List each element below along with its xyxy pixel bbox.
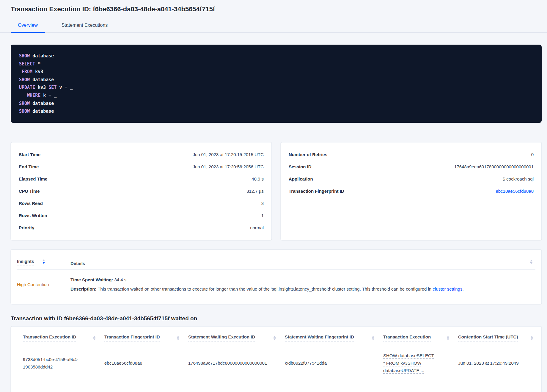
insight-row: High Contention Time Spent Waiting: 34.4… <box>17 270 535 301</box>
cluster-settings-link[interactable]: cluster settings <box>433 286 462 291</box>
detail-row-priority: Priority normal <box>19 222 264 234</box>
sort-icon[interactable] <box>372 336 374 340</box>
sort-icon[interactable] <box>531 336 533 340</box>
detail-row-application: Application $ cockroach sql <box>289 173 534 185</box>
sql-line: SHOW database <box>19 52 533 60</box>
column-header-contention-start-time[interactable]: Contention Start Time (UTC) <box>458 334 518 341</box>
detail-row-session-id: Session ID 17648a9eea6017800000000000000… <box>289 161 534 173</box>
time-spent-waiting: Time Spent Waiting: 34.4 s <box>70 275 535 284</box>
sql-line: SHOW database <box>19 76 533 84</box>
insight-description: Description: This transaction waited on … <box>70 284 535 294</box>
insight-details: Time Spent Waiting: 34.4 s Description: … <box>70 275 535 294</box>
tab-bar: Overview Statement Executions <box>0 18 547 33</box>
sort-icon[interactable] <box>93 336 95 340</box>
column-header-transaction-execution[interactable]: Transaction Execution <box>383 334 431 341</box>
sort-icon[interactable] <box>530 260 532 264</box>
waited-on-table-card: Transaction Execution ID Transaction Fin… <box>11 326 542 392</box>
cell-transaction-execution: SHOW databaseSELECT * FROM kv3SHOW datab… <box>377 352 452 374</box>
sort-icon[interactable] <box>447 336 449 340</box>
tab-overview[interactable]: Overview <box>11 18 45 32</box>
transaction-execution-link[interactable]: SHOW databaseSELECT * FROM kv3SHOW datab… <box>383 352 436 374</box>
sql-line: SELECT * <box>19 60 533 68</box>
tab-statement-executions[interactable]: Statement Executions <box>54 18 115 32</box>
cell-transaction-fingerprint-id: ebc10ae56cfd88a8 <box>98 352 182 374</box>
detail-row-start-time: Start Time Jun 01, 2023 at 17:20:15:2015… <box>19 148 264 161</box>
insights-table-header: Insights Details <box>17 250 535 270</box>
table-row: 9738d051-bc0e-4158-a9b4-1903586ddd42 ebc… <box>17 345 535 381</box>
sort-icon[interactable] <box>177 336 179 340</box>
sql-line: WHERE k = _ <box>19 92 533 100</box>
sql-statements-box: SHOW databaseSELECT * FROM kv3SHOW datab… <box>11 45 542 123</box>
column-header-transaction-execution-id[interactable]: Transaction Execution ID <box>23 334 76 341</box>
cell-statement-waiting-fingerprint-id: \xdb8922f077541dda <box>279 352 377 374</box>
column-header-statement-waiting-execution-id[interactable]: Statement Waiting Execution ID <box>188 334 255 341</box>
cell-contention-start-time: Jun 01, 2023 at 17:20:49:2049 <box>452 352 536 374</box>
insight-type-badge: High Contention <box>17 275 70 294</box>
waited-on-table-header: Transaction Execution ID Transaction Fin… <box>17 327 535 345</box>
column-header-details[interactable]: Details <box>70 261 85 268</box>
column-header-transaction-fingerprint-id[interactable]: Transaction Fingerprint ID <box>104 334 160 341</box>
sql-line: SHOW database <box>19 107 533 115</box>
session-details-card: Number of Retries 0 Session ID 17648a9ee… <box>281 142 542 240</box>
detail-row-txn-fingerprint-id: Transaction Fingerprint ID ebc10ae56cfd8… <box>289 185 534 197</box>
detail-row-end-time: End Time Jun 01, 2023 at 17:20:56:2056 U… <box>19 161 264 173</box>
detail-row-elapsed-time: Elapsed Time 40.9 s <box>19 173 264 185</box>
sort-icon[interactable] <box>274 336 276 340</box>
sql-line: SHOW database <box>19 100 533 108</box>
transaction-details-card: Start Time Jun 01, 2023 at 17:20:15:2015… <box>11 142 272 240</box>
detail-row-rows-read: Rows Read 3 <box>19 197 264 209</box>
cell-statement-waiting-execution-id: 176498a9c717bdc80000000000000001 <box>182 352 279 374</box>
insights-table-card: Insights Details High Contention Time Sp… <box>11 250 542 304</box>
column-header-insights[interactable]: Insights <box>17 259 34 266</box>
sort-icon[interactable] <box>43 259 45 264</box>
sql-line: UPDATE kv3 SET v = _ <box>19 84 533 92</box>
detail-row-rows-written: Rows Written 1 <box>19 209 264 222</box>
transaction-fingerprint-link[interactable]: ebc10ae56cfd88a8 <box>496 189 534 194</box>
waited-on-heading: Transaction with ID f6be6366-da03-48de-a… <box>11 315 197 322</box>
sql-line: FROM kv3 <box>19 68 533 76</box>
detail-row-retries: Number of Retries 0 <box>289 148 534 161</box>
detail-row-cpu-time: CPU Time 312.7 µs <box>19 185 264 197</box>
column-header-statement-waiting-fingerprint-id[interactable]: Statement Waiting Fingerprint ID <box>285 334 354 341</box>
cell-transaction-execution-id: 9738d051-bc0e-4158-a9b4-1903586ddd42 <box>17 352 98 374</box>
page-title: Transaction Execution ID: f6be6366-da03-… <box>11 5 215 13</box>
